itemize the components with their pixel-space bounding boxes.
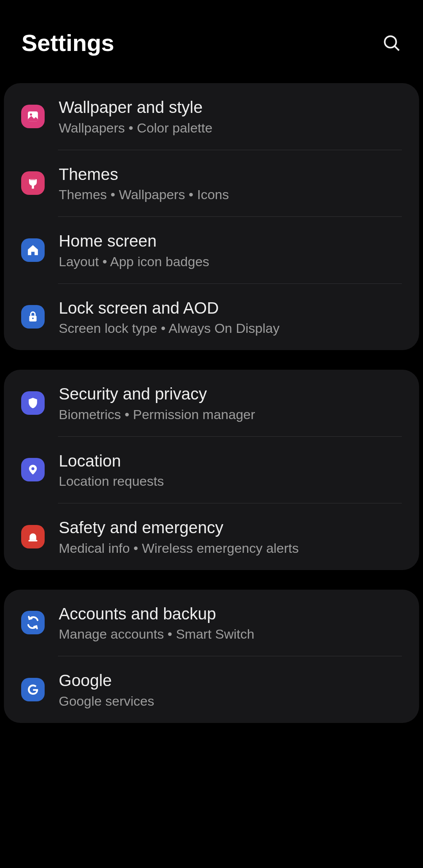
item-google[interactable]: Google Google services	[4, 656, 419, 723]
item-subtitle: Manage accounts • Smart Switch	[59, 626, 402, 642]
svg-rect-4	[29, 179, 37, 181]
svg-rect-9	[29, 540, 38, 541]
item-text: Home screen Layout • App icon badges	[59, 231, 402, 269]
item-home-screen[interactable]: Home screen Layout • App icon badges	[4, 217, 419, 283]
google-icon	[21, 678, 45, 701]
item-text: Safety and emergency Medical info • Wire…	[59, 518, 402, 556]
item-security-privacy[interactable]: Security and privacy Biometrics • Permis…	[4, 370, 419, 436]
item-subtitle: Medical info • Wireless emergency alerts	[59, 541, 402, 556]
item-text: Google Google services	[59, 670, 402, 709]
emergency-icon	[21, 525, 45, 548]
item-title: Google	[59, 670, 402, 691]
item-text: Accounts and backup Manage accounts • Sm…	[59, 604, 402, 642]
item-themes[interactable]: Themes Themes • Wallpapers • Icons	[4, 150, 419, 217]
item-subtitle: Themes • Wallpapers • Icons	[59, 187, 402, 202]
svg-line-1	[395, 46, 399, 50]
item-title: Wallpaper and style	[59, 97, 402, 118]
item-title: Security and privacy	[59, 384, 402, 405]
svg-point-0	[385, 36, 396, 47]
item-title: Safety and emergency	[59, 518, 402, 538]
item-subtitle: Layout • App icon badges	[59, 254, 402, 269]
brush-icon	[21, 171, 45, 195]
search-button[interactable]	[382, 33, 401, 53]
item-subtitle: Location requests	[59, 474, 402, 489]
item-title: Location	[59, 451, 402, 472]
header: Settings	[0, 0, 423, 83]
item-subtitle: Google services	[59, 694, 402, 709]
item-text: Lock screen and AOD Screen lock type • A…	[59, 298, 402, 336]
settings-group-accounts: Accounts and backup Manage accounts • Sm…	[4, 590, 419, 723]
item-location[interactable]: Location Location requests	[4, 437, 419, 503]
home-icon	[21, 238, 45, 262]
settings-group-display: Wallpaper and style Wallpapers • Color p…	[4, 83, 419, 350]
item-subtitle: Screen lock type • Always On Display	[59, 321, 402, 336]
item-title: Accounts and backup	[59, 604, 402, 625]
item-safety-emergency[interactable]: Safety and emergency Medical info • Wire…	[4, 503, 419, 570]
lock-icon	[21, 305, 45, 329]
item-subtitle: Wallpapers • Color palette	[59, 120, 402, 136]
item-text: Security and privacy Biometrics • Permis…	[59, 384, 402, 422]
item-title: Home screen	[59, 231, 402, 252]
page-title: Settings	[22, 29, 114, 56]
search-icon	[382, 33, 401, 53]
item-text: Themes Themes • Wallpapers • Icons	[59, 164, 402, 203]
svg-point-3	[30, 113, 32, 116]
item-accounts-backup[interactable]: Accounts and backup Manage accounts • Sm…	[4, 590, 419, 656]
shield-icon	[21, 391, 45, 415]
item-title: Themes	[59, 164, 402, 185]
picture-icon	[21, 105, 45, 128]
item-text: Wallpaper and style Wallpapers • Color p…	[59, 97, 402, 136]
item-text: Location Location requests	[59, 451, 402, 489]
item-lock-screen-aod[interactable]: Lock screen and AOD Screen lock type • A…	[4, 284, 419, 350]
sync-icon	[21, 611, 45, 634]
item-wallpaper-and-style[interactable]: Wallpaper and style Wallpapers • Color p…	[4, 83, 419, 150]
item-subtitle: Biometrics • Permission manager	[59, 407, 402, 422]
svg-rect-10	[33, 535, 34, 538]
svg-point-7	[32, 318, 34, 319]
settings-group-security: Security and privacy Biometrics • Permis…	[4, 370, 419, 570]
item-title: Lock screen and AOD	[59, 298, 402, 319]
svg-point-8	[31, 467, 34, 470]
location-pin-icon	[21, 458, 45, 481]
